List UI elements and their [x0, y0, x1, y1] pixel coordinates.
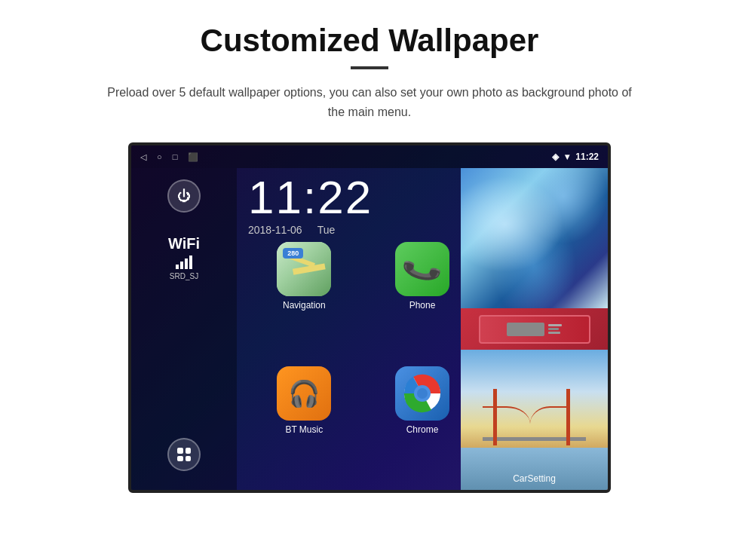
clock-time: 11:22	[248, 174, 373, 221]
app-navigation[interactable]: 280 Navigation	[248, 242, 360, 360]
grid-dot	[186, 448, 192, 454]
wifi-label: WiFi	[168, 235, 200, 252]
screenshot-icon[interactable]: ⬛	[188, 152, 198, 162]
status-bar: ◁ ○ □ ⬛ ◈ ▾ 11:22	[131, 145, 608, 168]
banner-bar	[548, 328, 559, 330]
wifi-bar-2	[180, 262, 183, 269]
back-icon[interactable]: ◁	[140, 152, 146, 162]
carsetting-label[interactable]: CarSetting	[513, 473, 556, 484]
grid-dot	[177, 456, 183, 462]
page-subtitle: Preload over 5 default wallpaper options…	[106, 83, 633, 121]
phone-label: Phone	[409, 300, 436, 311]
ice-texture	[461, 168, 608, 308]
clock-area: 11:22 2018-11-06 Tue	[248, 174, 373, 236]
nav-badge: 280	[283, 248, 303, 259]
sidebar: ⏻ WiFi SRD_SJ	[131, 168, 237, 490]
bt-music-label: BT Music	[285, 424, 323, 435]
chrome-icon-bg	[395, 366, 449, 421]
wifi-bar-1	[176, 265, 179, 269]
svg-point-2	[417, 388, 428, 399]
mid-banner-box	[479, 315, 590, 344]
page-title: Customized Wallpaper	[201, 23, 539, 59]
banner-bar	[548, 332, 560, 334]
navigation-label: Navigation	[283, 300, 326, 311]
power-button[interactable]: ⏻	[167, 179, 201, 213]
clock-day: Tue	[317, 224, 336, 236]
mid-banner-bars	[548, 324, 562, 334]
bridge-cable-right	[530, 406, 570, 442]
mid-banner-screen	[507, 323, 544, 336]
wallpaper-thumb-bridge[interactable]: CarSetting	[461, 350, 608, 490]
device-wrapper: ◁ ○ □ ⬛ ◈ ▾ 11:22 ⏻ WiFi	[128, 142, 611, 493]
headphone-icon: 🎧	[288, 378, 320, 409]
wallpaper-thumbnails: CarSetting	[461, 168, 608, 490]
bridge-cable-left	[483, 406, 529, 442]
phone-handset-icon: 📞	[400, 247, 445, 292]
power-icon: ⏻	[177, 188, 191, 204]
wifi-signal-icon: ▾	[565, 151, 569, 162]
title-divider	[351, 66, 388, 69]
chrome-svg	[403, 374, 442, 413]
grid-icon	[177, 448, 191, 461]
wifi-ssid: SRD_SJ	[170, 272, 198, 280]
wifi-bars	[176, 256, 192, 269]
app-bt-music[interactable]: 🎧 BT Music	[248, 366, 360, 485]
bt-icon-bg: 🎧	[277, 366, 331, 421]
home-icon[interactable]: ○	[157, 152, 162, 161]
phone-icon-bg: 📞	[395, 242, 449, 296]
wallpaper-thumb-ice[interactable]	[461, 168, 608, 308]
status-right-icons: ◈ ▾ 11:22	[552, 151, 599, 162]
square-icon[interactable]: □	[173, 152, 178, 161]
wifi-bar-3	[185, 259, 188, 269]
clock-date-value: 2018-11-06	[248, 224, 302, 236]
wifi-bar-4	[189, 256, 192, 269]
android-screen: ◁ ○ □ ⬛ ◈ ▾ 11:22 ⏻ WiFi	[128, 142, 611, 493]
wifi-block: WiFi SRD_SJ	[168, 235, 200, 280]
banner-bar	[548, 324, 562, 326]
grid-dot	[177, 448, 183, 454]
grid-dot	[186, 456, 192, 462]
location-icon: ◈	[552, 151, 559, 162]
clock-date: 2018-11-06 Tue	[248, 224, 373, 236]
wallpaper-mid-banner	[461, 308, 608, 350]
status-time: 11:22	[575, 151, 599, 162]
status-left-icons: ◁ ○ □ ⬛	[140, 152, 198, 162]
chrome-label: Chrome	[406, 424, 439, 435]
navigation-icon: 280	[277, 242, 331, 296]
apps-grid-button[interactable]	[167, 438, 201, 471]
